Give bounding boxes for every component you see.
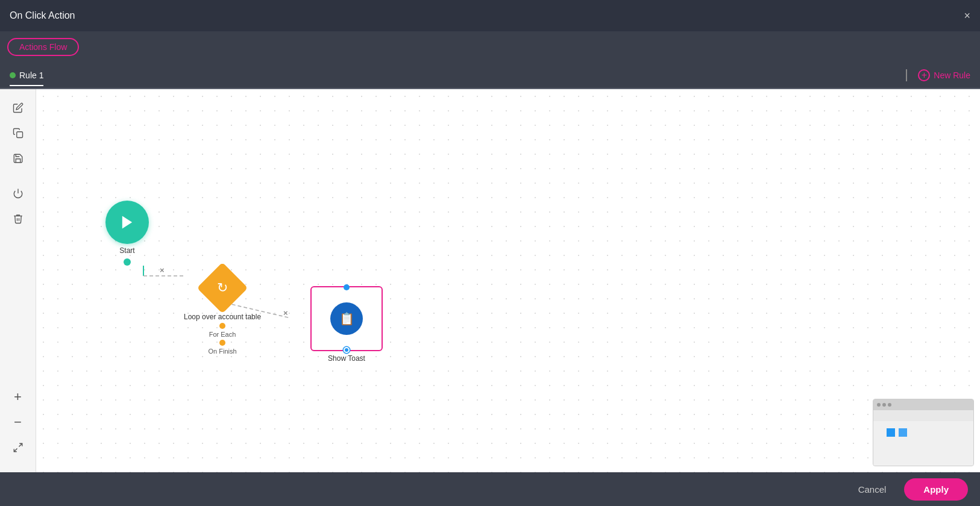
- delete-tool-button[interactable]: [7, 207, 30, 230]
- start-output-connector[interactable]: [124, 258, 131, 266]
- toast-input-connector[interactable]: [344, 284, 350, 290]
- flow-canvas[interactable]: × × Start ↻: [36, 89, 980, 472]
- apply-button[interactable]: Apply: [904, 478, 968, 501]
- loop-for-each-connector[interactable]: [219, 323, 225, 329]
- new-rule-button[interactable]: + New Rule: [918, 69, 970, 81]
- edit-icon: [13, 102, 24, 113]
- svg-line-2: [19, 443, 22, 446]
- zoom-out-button[interactable]: −: [7, 411, 30, 434]
- rule-tab[interactable]: Rule 1: [10, 70, 43, 86]
- start-circle[interactable]: [105, 201, 149, 244]
- toast-output-connector[interactable]: [344, 347, 350, 353]
- bottom-bar: Cancel Apply: [0, 472, 980, 506]
- new-rule-icon: +: [918, 69, 930, 81]
- minimap-dot3: [888, 403, 891, 407]
- toast-icon: 📋: [339, 311, 354, 326]
- zoom-in-icon: +: [14, 389, 22, 405]
- fit-view-button[interactable]: [7, 436, 30, 459]
- copy-tool-button[interactable]: [7, 122, 30, 145]
- loop-label: Loop over account table: [184, 313, 261, 321]
- minimap: [873, 399, 974, 466]
- loop-for-each-label: For Each: [209, 331, 236, 338]
- minimap-node-toast: [899, 428, 907, 437]
- toolbar: + −: [0, 89, 36, 472]
- toast-label: Show Toast: [328, 354, 365, 363]
- svg-marker-10: [122, 216, 132, 229]
- toast-box: 📋: [310, 286, 383, 351]
- title-bar: On Click Action ×: [0, 0, 980, 31]
- cancel-button[interactable]: Cancel: [847, 479, 897, 499]
- play-icon: [119, 214, 136, 231]
- tab-bar: Actions Flow: [0, 31, 980, 63]
- minimap-dot2: [882, 403, 886, 407]
- loop-node[interactable]: ↻ Loop over account table For Each On Fi…: [184, 267, 261, 355]
- loop-diamond-wrapper: ↻: [201, 267, 243, 309]
- minimap-canvas: [873, 421, 973, 466]
- zoom-in-button[interactable]: +: [7, 386, 30, 408]
- power-tool-button[interactable]: [7, 182, 30, 205]
- save-icon: [13, 153, 24, 164]
- rule-name: Rule 1: [19, 70, 43, 80]
- toolbar-top-group: [7, 96, 30, 386]
- modal-wrapper: On Click Action × Actions Flow Rule 1 + …: [0, 0, 980, 506]
- trash-icon: [13, 213, 24, 224]
- minimap-node-start: [887, 428, 895, 437]
- save-tool-button[interactable]: [7, 147, 30, 170]
- toast-circle: 📋: [330, 302, 363, 335]
- minimap-header: [873, 399, 973, 410]
- canvas-wrapper: + − × ×: [0, 89, 980, 472]
- new-rule-label: New Rule: [934, 70, 970, 80]
- loop-on-finish-connector[interactable]: [219, 340, 225, 346]
- rule-status-dot: [10, 72, 16, 78]
- actions-flow-tab[interactable]: Actions Flow: [7, 38, 79, 56]
- toolbar-bottom-group: + −: [7, 386, 30, 465]
- copy-icon: [13, 128, 24, 139]
- loop-on-finish-label: On Finish: [209, 348, 237, 355]
- zoom-out-icon: −: [14, 414, 22, 430]
- start-label: Start: [119, 246, 134, 255]
- loop-diamond: ↻: [197, 263, 248, 314]
- close-button[interactable]: ×: [964, 10, 970, 21]
- canvas-background: [36, 89, 980, 472]
- dialog-title: On Click Action: [10, 10, 75, 21]
- minimap-dot1: [877, 403, 881, 407]
- separator: [906, 69, 907, 81]
- start-node[interactable]: Start: [105, 201, 149, 266]
- show-toast-node[interactable]: 📋 Show Toast: [310, 286, 383, 363]
- loop-icon: ↻: [217, 280, 228, 296]
- svg-rect-0: [16, 132, 22, 138]
- fit-icon: [13, 442, 24, 453]
- power-icon: [13, 188, 24, 199]
- rule-bar: Rule 1 + New Rule: [0, 63, 980, 89]
- svg-line-3: [14, 449, 17, 452]
- edit-tool-button[interactable]: [7, 96, 30, 119]
